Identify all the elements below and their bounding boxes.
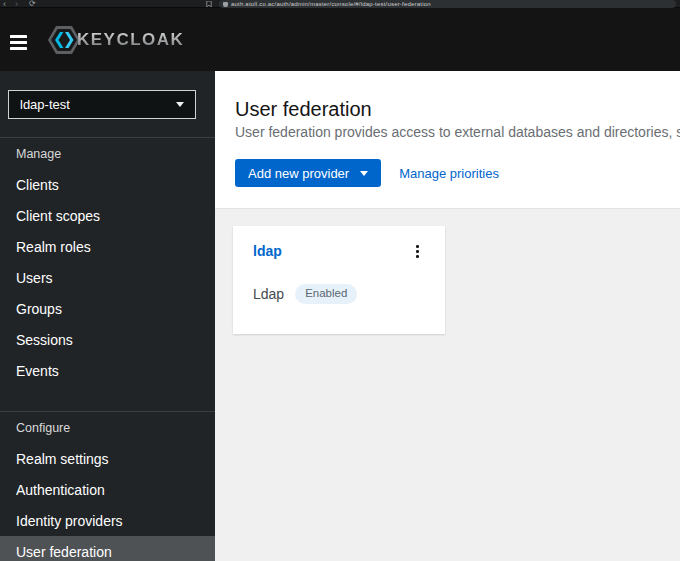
sidebar-item-events[interactable]: Events [0, 355, 215, 386]
sidebar-item-users[interactable]: Users [0, 262, 215, 293]
providers-area: ldap Ldap Enabled [215, 208, 680, 561]
page-description: User federation provides access to exter… [235, 123, 680, 141]
keycloak-logo: KEYCLOAK [47, 25, 184, 55]
add-new-provider-button[interactable]: Add new provider [235, 159, 381, 187]
bookmark-icon[interactable] [206, 1, 212, 7]
sidebar-item-client-scopes[interactable]: Client scopes [0, 200, 215, 231]
keycloak-logo-icon [47, 25, 81, 55]
dropdown-caret-icon [360, 171, 368, 176]
sidebar-item-authentication[interactable]: Authentication [0, 474, 215, 505]
back-icon[interactable]: ‹ [3, 0, 6, 8]
hamburger-menu-icon[interactable] [10, 35, 27, 50]
nav-section-configure: Configure [0, 412, 215, 443]
page-title: User federation [235, 97, 680, 121]
brand-text: KEYCLOAK [77, 30, 184, 50]
realm-selector[interactable]: ldap-test [8, 90, 196, 119]
toolbar: Add new provider Manage priorities [235, 159, 680, 187]
sidebar-item-user-federation[interactable]: User federation [0, 536, 215, 561]
app-header: KEYCLOAK [0, 8, 680, 71]
kebab-menu-icon[interactable] [410, 243, 425, 260]
sidebar-item-groups[interactable]: Groups [0, 293, 215, 324]
sidebar-item-sessions[interactable]: Sessions [0, 324, 215, 355]
sidebar-item-realm-settings[interactable]: Realm settings [0, 443, 215, 474]
nav-section-manage: Manage [0, 138, 215, 169]
address-bar[interactable]: auth.atoll.co.ac/auth/admin/master/conso… [219, 0, 676, 8]
sidebar-item-clients[interactable]: Clients [0, 169, 215, 200]
url-text[interactable]: auth.atoll.co.ac/auth/admin/master/conso… [231, 0, 431, 8]
sidebar-item-realm-roles[interactable]: Realm roles [0, 231, 215, 262]
status-badge: Enabled [295, 284, 357, 305]
provider-type-label: Ldap [253, 286, 284, 302]
provider-card: ldap Ldap Enabled [233, 226, 445, 334]
page-header: User federation User federation provides… [215, 71, 680, 187]
browser-toolbar: ‹ › ⟳ auth.atoll.co.ac/auth/admin/master… [0, 0, 680, 8]
add-new-provider-label: Add new provider [248, 166, 349, 181]
realm-selector-value: ldap-test [20, 97, 70, 112]
shield-icon[interactable] [223, 2, 228, 7]
forward-icon[interactable]: › [15, 0, 18, 8]
reload-icon[interactable]: ⟳ [29, 0, 36, 8]
sidebar: ldap-test Manage Clients Client scopes R… [0, 71, 215, 561]
manage-priorities-link[interactable]: Manage priorities [399, 166, 499, 181]
sidebar-item-identity-providers[interactable]: Identity providers [0, 505, 215, 536]
provider-card-title-link[interactable]: ldap [253, 243, 282, 259]
chevron-down-icon [176, 102, 184, 107]
